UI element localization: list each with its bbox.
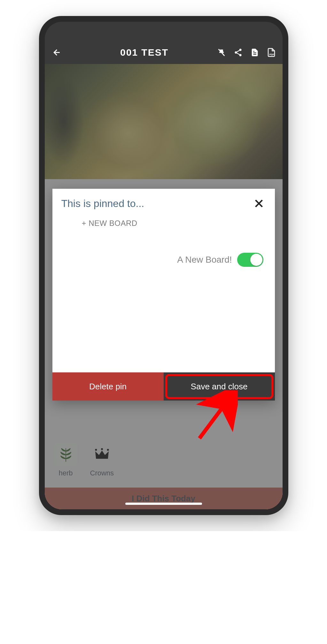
share-button[interactable] xyxy=(233,47,244,58)
save-and-close-button[interactable]: Save and close xyxy=(164,372,275,401)
svg-point-9 xyxy=(107,449,109,451)
tag-crowns[interactable]: Crowns xyxy=(90,443,114,477)
content-area: herb Crowns I Did This Today This is pin… xyxy=(45,64,283,509)
pin-off-icon xyxy=(217,48,226,57)
board-toggle[interactable] xyxy=(237,253,263,267)
tag-herb[interactable]: herb xyxy=(54,443,77,477)
phone-frame: 001 TEST PDF xyxy=(39,16,288,515)
tag-herb-label: herb xyxy=(58,469,73,477)
pin-modal: This is pinned to... + NEW BOARD A New B… xyxy=(52,189,275,401)
hero-image xyxy=(45,64,283,179)
modal-footer: Delete pin Save and close xyxy=(52,372,275,401)
arrow-left-icon xyxy=(52,48,62,57)
modal-body-spacer xyxy=(52,273,275,372)
unpin-button[interactable] xyxy=(216,47,227,58)
toggle-knob xyxy=(250,254,262,266)
svg-point-2 xyxy=(235,52,237,54)
board-name-label: A New Board! xyxy=(177,255,232,265)
svg-point-1 xyxy=(239,49,241,51)
i-did-this-button[interactable]: I Did This Today xyxy=(45,488,283,509)
modal-header: This is pinned to... xyxy=(52,189,275,213)
board-row: A New Board! xyxy=(52,234,275,273)
bottom-content: herb Crowns I Did This Today xyxy=(45,434,283,509)
svg-line-12 xyxy=(199,400,228,438)
share-icon xyxy=(234,48,243,57)
tags-row: herb Crowns xyxy=(52,438,276,488)
home-indicator[interactable] xyxy=(125,503,202,505)
app-header: 001 TEST PDF xyxy=(45,41,283,64)
tag-crowns-label: Crowns xyxy=(90,469,114,477)
close-icon xyxy=(253,198,265,209)
save-button-label: Save and close xyxy=(191,382,248,392)
svg-point-7 xyxy=(95,449,97,451)
phone-screen: 001 TEST PDF xyxy=(45,22,283,509)
close-button[interactable] xyxy=(252,196,266,211)
crown-icon xyxy=(90,443,113,466)
header-actions: PDF xyxy=(216,47,277,58)
svg-point-3 xyxy=(239,54,241,56)
delete-pin-button[interactable]: Delete pin xyxy=(52,372,164,401)
pdf-button[interactable]: PDF xyxy=(266,47,277,58)
status-bar xyxy=(45,22,283,41)
svg-point-8 xyxy=(101,448,103,450)
pdf-icon: PDF xyxy=(267,48,276,57)
svg-line-4 xyxy=(237,51,239,52)
document-icon xyxy=(250,48,259,57)
svg-line-5 xyxy=(237,53,239,55)
svg-text:PDF: PDF xyxy=(269,53,274,56)
herb-icon xyxy=(54,443,77,466)
document-button[interactable] xyxy=(249,47,260,58)
page-title: 001 TEST xyxy=(66,47,214,58)
modal-title: This is pinned to... xyxy=(61,198,144,210)
new-board-button[interactable]: + NEW BOARD xyxy=(52,213,275,234)
back-button[interactable] xyxy=(51,46,63,59)
